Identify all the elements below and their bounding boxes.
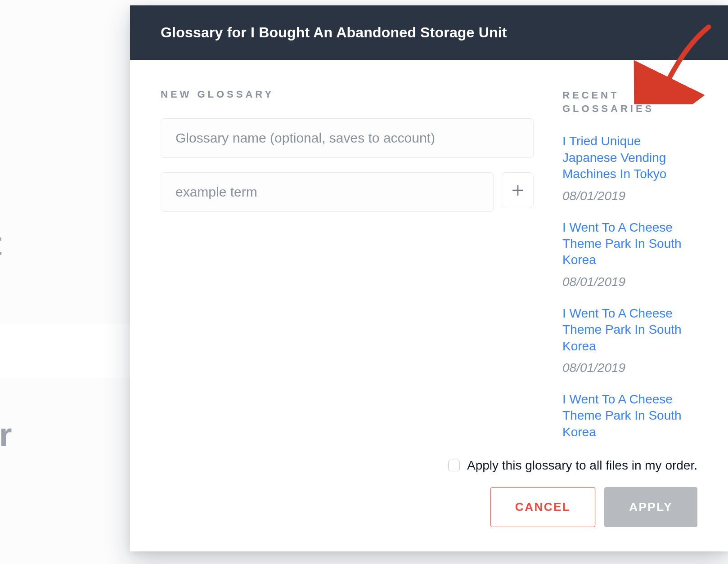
recent-glossary-item[interactable]: I Went To A Cheese Theme Park In South K… [562,305,697,375]
glossary-name-input[interactable] [161,118,534,158]
recent-glossary-link[interactable]: I Went To A Cheese Theme Park In South K… [562,391,697,440]
recent-glossary-item[interactable]: I Went To A Cheese Theme Park In South K… [562,391,697,440]
recent-glossaries-panel: RECENT GLOSSARIES I Tried Unique Japanes… [562,89,697,440]
modal-title: Glossary for I Bought An Abandoned Stora… [161,24,697,41]
recent-glossary-date: 08/01/2019 [562,275,697,289]
modal-footer: Apply this glossary to all files in my o… [130,440,728,551]
plus-icon [511,183,525,197]
recent-glossary-item[interactable]: I Went To A Cheese Theme Park In South K… [562,219,697,289]
recent-glossary-link[interactable]: I Tried Unique Japanese Vending Machines… [562,133,697,182]
recent-glossary-link[interactable]: I Went To A Cheese Theme Park In South K… [562,219,697,269]
recent-glossary-date: 08/01/2019 [562,189,697,203]
glossary-term-input[interactable] [161,172,494,212]
new-glossary-panel: NEW GLOSSARY [161,89,534,440]
apply-button[interactable]: APPLY [604,487,697,527]
new-glossary-section-label: NEW GLOSSARY [161,89,534,100]
modal-header: Glossary for I Bought An Abandoned Stora… [130,5,728,60]
recent-glossary-item[interactable]: I Tried Unique Japanese Vending Machines… [562,133,697,203]
cancel-button[interactable]: CANCEL [490,487,595,527]
apply-all-checkbox[interactable] [448,460,460,471]
recent-glossary-link[interactable]: I Went To A Cheese Theme Park In South K… [562,305,697,354]
apply-all-checkbox-label: Apply this glossary to all files in my o… [467,458,697,473]
glossary-modal: Glossary for I Bought An Abandoned Stora… [130,5,728,551]
recent-glossary-date: 08/01/2019 [562,361,697,375]
recent-glossaries-section-label: RECENT GLOSSARIES [562,89,697,115]
add-term-button[interactable] [502,172,534,208]
